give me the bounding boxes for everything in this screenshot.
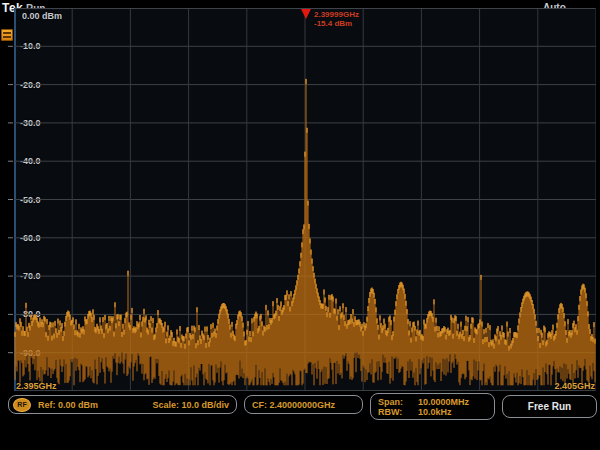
center-frequency-readout[interactable]: CF: 2.40000000GHz — [244, 395, 363, 414]
span-rbw-readout[interactable]: Span: 10.0000MHz RBW: 10.0kHz — [370, 393, 495, 420]
spectrum-plot — [6, 8, 596, 391]
trigger-mode-value: Free Run — [528, 401, 571, 412]
spectrum-analyzer-screen: Tek Run Auto 0.00 dBm-10.0-20.0-30.0-40.… — [0, 0, 600, 450]
marker-readout: 2.39999GHz -15.4 dBm — [314, 10, 359, 28]
span-label: Span: — [371, 397, 418, 407]
scale-value: 10.0 dB/div — [181, 400, 229, 410]
cf-label: CF: — [252, 400, 267, 410]
ref-label: Ref: — [38, 400, 56, 410]
span-value: 10.0000MHz — [418, 397, 469, 407]
marker-frequency: 2.39999GHz — [314, 10, 359, 19]
scale-label: Scale: — [152, 400, 179, 410]
ref-value: 0.00 dBm — [58, 400, 98, 410]
trigger-readout[interactable]: Free Run — [502, 395, 597, 418]
stop-frequency-label: 2.405GHz — [554, 381, 595, 391]
rbw-label: RBW: — [371, 407, 418, 417]
marker-amplitude: -15.4 dBm — [314, 19, 359, 28]
marker-triangle-icon[interactable] — [301, 9, 311, 19]
cf-value: 2.40000000GHz — [270, 400, 336, 410]
rf-channel-badge: RF — [13, 398, 31, 412]
ref-scale-readout[interactable]: RF Ref: 0.00 dBm Scale: 10.0 dB/div — [8, 395, 237, 414]
rbw-value: 10.0kHz — [418, 407, 452, 417]
start-frequency-label: 2.395GHz — [16, 381, 57, 391]
